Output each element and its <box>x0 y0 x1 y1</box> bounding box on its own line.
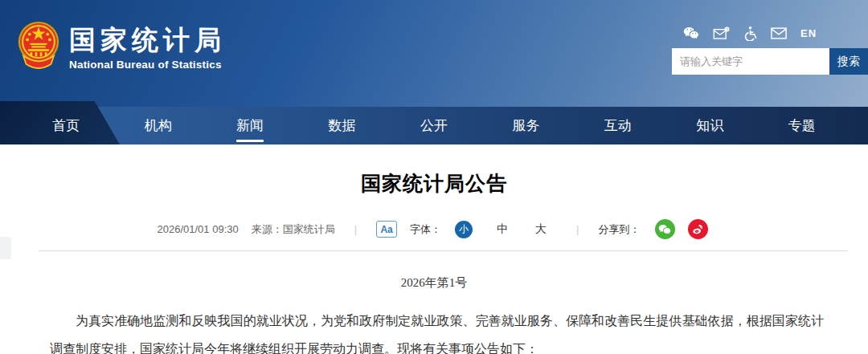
site-header: 国家统计局 National Bureau of Statistics <box>0 0 868 107</box>
wechat-icon[interactable] <box>683 26 699 40</box>
nav-item-disclosure[interactable]: 公开 <box>388 107 480 144</box>
main-nav: 首页 机构 新闻 数据 公开 服务 互动 知识 专题 <box>0 107 868 144</box>
article-content: 国家统计局公告 2026/01/01 09:30 来源：国家统计局 | Aa 字… <box>0 144 868 354</box>
nav-item-agency[interactable]: 机构 <box>112 107 203 144</box>
article-title: 国家统计局公告 <box>0 144 868 197</box>
share-label: 分享到： <box>599 222 641 237</box>
font-size-large-button[interactable]: 大 <box>532 221 550 238</box>
source-label: 来源：国家统计局 <box>252 222 335 237</box>
mail-subscribe-icon[interactable] <box>713 26 730 40</box>
site-subtitle: National Bureau of Statistics <box>69 59 226 71</box>
font-size-label: 字体： <box>410 222 441 237</box>
brand-text: 国家统计局 National Bureau of Statistics <box>69 21 226 71</box>
document-number: 2026年第1号 <box>0 275 868 291</box>
article-body-paragraph: 为真实准确地监测和反映我国的就业状况，为党和政府制定就业政策、完善就业服务、保障… <box>50 307 824 354</box>
separator: | <box>354 223 357 235</box>
font-sample-button[interactable]: Aa <box>376 221 397 238</box>
font-size-small-button[interactable]: 小 <box>455 221 473 238</box>
article-meta: 2026/01/01 09:30 来源：国家统计局 | Aa 字体： 小 中 大… <box>0 219 868 239</box>
nav-item-services[interactable]: 服务 <box>480 107 571 144</box>
search-bar: 搜索 <box>672 48 868 75</box>
national-emblem-icon <box>18 21 59 74</box>
meta-divider <box>39 250 848 251</box>
nav-list: 首页 机构 新闻 数据 公开 服务 互动 知识 专题 <box>0 107 868 144</box>
accessibility-icon[interactable] <box>743 26 757 41</box>
search-input[interactable] <box>672 48 829 75</box>
nav-item-topics[interactable]: 专题 <box>756 107 848 144</box>
nav-item-knowledge[interactable]: 知识 <box>664 107 755 144</box>
wechat-share-icon[interactable] <box>655 219 675 239</box>
font-size-medium-button[interactable]: 中 <box>493 221 511 238</box>
brand[interactable]: 国家统计局 National Bureau of Statistics <box>18 21 226 74</box>
mail-icon[interactable] <box>771 27 787 39</box>
nav-item-interact[interactable]: 互动 <box>572 107 664 144</box>
publish-date: 2026/01/01 09:30 <box>158 223 239 235</box>
side-panel-handle[interactable] <box>0 237 11 259</box>
site-title: 国家统计局 <box>69 26 226 55</box>
separator: | <box>576 223 579 235</box>
search-button[interactable]: 搜索 <box>829 48 868 75</box>
nav-item-home[interactable]: 首页 <box>20 107 112 144</box>
nav-item-data[interactable]: 数据 <box>296 107 387 144</box>
header-tools: EN 搜索 <box>672 26 868 75</box>
language-toggle[interactable]: EN <box>800 27 817 39</box>
quick-links: EN <box>672 26 868 40</box>
nav-item-news[interactable]: 新闻 <box>204 107 296 144</box>
weibo-share-icon[interactable] <box>688 219 708 239</box>
